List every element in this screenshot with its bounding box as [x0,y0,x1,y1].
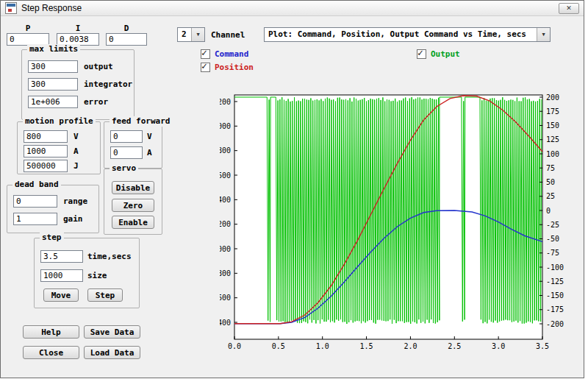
step-time-input[interactable] [40,250,83,263]
help-button[interactable]: Help [23,325,79,339]
app-icon [5,2,17,14]
svg-text:150: 150 [546,121,559,130]
step-response-window: Step Response ✕ P I D max limits output … [0,0,584,378]
move-button[interactable]: Move [43,288,79,302]
servo-title: servo [110,163,138,174]
max-integrator-input[interactable] [28,78,78,91]
position-checkbox[interactable]: ✓ [201,63,210,72]
svg-text:1.5: 1.5 [360,342,373,350]
command-checkbox[interactable]: ✓ [201,49,210,59]
svg-text:3.5: 3.5 [536,342,549,350]
servo-group: servo Disable Zero Enable [104,169,162,235]
plot-select[interactable]: Plot: Command, Position, Output Command … [264,27,551,42]
svg-text:125: 125 [546,135,559,144]
range-input[interactable] [13,195,57,208]
ff-accel-input[interactable] [110,146,143,159]
svg-text:3.0: 3.0 [492,342,505,350]
motion-profile-title: motion profile [23,116,96,127]
max-error-input[interactable] [28,96,78,108]
step-size-label: size [87,269,107,282]
svg-text:800: 800 [220,269,231,277]
step-response-chart: 2200200018001600140012001000800600400200… [220,84,565,359]
titlebar: Step Response ✕ [1,1,584,16]
channel-label: Channel [211,29,245,41]
max-integrator-label: integrator [84,78,132,91]
feed-forward-title: feed forward [110,116,172,127]
svg-text:-75: -75 [546,249,559,257]
gain-input[interactable] [13,213,57,225]
close-window-button[interactable]: ✕ [559,3,579,14]
channel-select[interactable]: 2 ▼ [177,27,205,42]
svg-text:1800: 1800 [220,146,231,155]
dead-band-title: dead band [12,180,61,190]
max-error-label: error [84,96,108,108]
output-checkbox-label: Output [431,49,460,60]
svg-text:50: 50 [546,178,555,186]
accel-label: A [74,145,79,157]
chevron-down-icon: ▼ [537,28,550,41]
position-checkbox-label: Position [215,62,254,73]
svg-text:400: 400 [220,319,231,327]
svg-text:-25: -25 [546,221,559,229]
close-button[interactable]: Close [23,346,79,359]
svg-text:100: 100 [546,150,559,158]
enable-button[interactable]: Enable [112,216,154,229]
svg-text:0.5: 0.5 [272,342,285,350]
step-group: step time,secs size Move Step [34,238,140,308]
svg-text:1000: 1000 [220,245,231,253]
jerk-label: J [74,160,79,172]
svg-text:-50: -50 [546,235,559,243]
svg-text:-150: -150 [546,291,564,300]
velocity-input[interactable] [24,130,68,143]
svg-text:175: 175 [546,107,559,116]
svg-text:0.0: 0.0 [228,342,241,350]
svg-text:75: 75 [546,164,555,172]
save-data-button[interactable]: Save Data [84,325,140,339]
svg-text:2.5: 2.5 [448,342,461,350]
disable-button[interactable]: Disable [112,181,154,194]
window-title: Step Response [21,3,82,13]
ff-velocity-label: V [147,130,152,143]
svg-text:2.0: 2.0 [404,342,417,350]
zero-button[interactable]: Zero [112,199,154,212]
check-icon: ✓ [201,47,207,58]
max-limits-title: max limits [27,44,80,54]
command-checkbox-label: Command [215,49,248,60]
accel-input[interactable] [24,145,68,157]
svg-text:200: 200 [546,93,559,102]
range-label: range [63,195,87,208]
step-title: step [40,233,64,243]
svg-text:0: 0 [546,207,551,215]
svg-text:-100: -100 [546,263,564,272]
motion-profile-group: motion profile V A J [17,121,101,174]
svg-text:1.0: 1.0 [316,342,329,350]
step-size-input[interactable] [40,269,83,282]
svg-text:-175: -175 [546,305,564,314]
load-data-button[interactable]: Load Data [84,346,140,359]
max-output-input[interactable] [28,60,78,73]
output-checkbox[interactable]: ✓ [417,49,426,59]
max-output-label: output [84,60,113,73]
dead-band-group: dead band range gain [7,185,99,233]
svg-text:1600: 1600 [220,171,231,180]
ff-velocity-input[interactable] [110,130,143,143]
close-icon: ✕ [566,4,572,12]
svg-text:600: 600 [220,294,231,302]
chevron-down-icon: ▼ [191,28,204,41]
channel-value: 2 [182,29,187,39]
jerk-input[interactable] [24,160,68,172]
svg-text:25: 25 [546,192,555,200]
check-icon: ✓ [417,47,423,58]
velocity-label: V [74,130,79,143]
check-icon: ✓ [201,60,207,71]
max-limits-group: max limits output integrator error [21,49,135,120]
svg-text:2200: 2200 [220,98,231,106]
svg-text:1400: 1400 [220,196,231,204]
d-input[interactable] [106,33,147,46]
ff-accel-label: A [147,146,152,159]
plot-select-value: Plot: Command, Position, Output Command … [268,29,526,39]
step-button[interactable]: Step [87,288,123,302]
feed-forward-group: feed forward V A [104,121,162,169]
svg-text:1200: 1200 [220,220,231,228]
svg-text:-200: -200 [546,320,564,328]
